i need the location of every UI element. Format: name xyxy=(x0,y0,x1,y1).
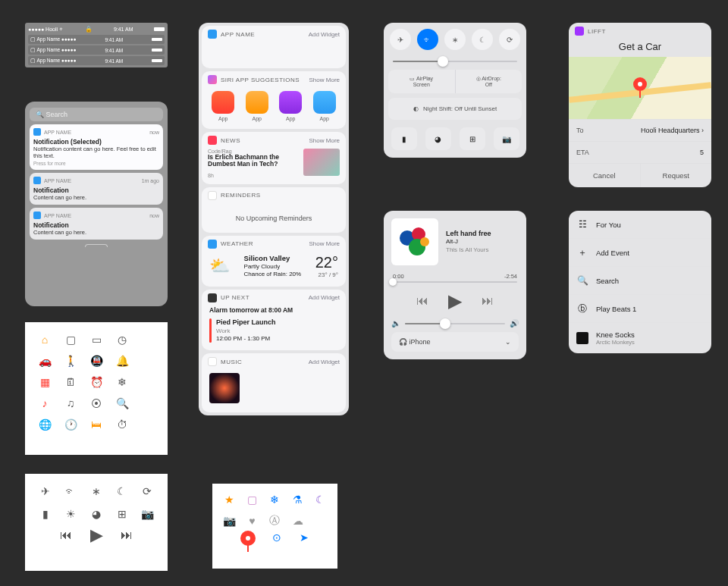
for-you-row[interactable]: ☷For You xyxy=(569,211,711,238)
map-pin-icon xyxy=(632,77,648,98)
play-beats-row[interactable]: ⓑPlay Beats 1 xyxy=(569,294,711,322)
train-icon: 🚇 xyxy=(89,354,103,368)
output-device-button[interactable]: 🎧 iPhone⌄ xyxy=(391,332,519,352)
timer-icon: ⏱ xyxy=(115,418,129,431)
siri-app[interactable]: App xyxy=(246,91,268,121)
calculator-button[interactable]: ⊞ xyxy=(460,127,485,150)
bluetooth-icon: ∗ xyxy=(89,484,103,498)
volume-min-icon: 🔈 xyxy=(391,319,400,327)
forward-button[interactable]: ⏭ xyxy=(482,294,494,308)
search-icon: 🔍 xyxy=(576,274,588,287)
add-widget-button[interactable]: Add Widget xyxy=(309,31,340,38)
siri-app[interactable]: App xyxy=(212,91,234,121)
song-row[interactable]: Knee SocksArctic Monkeys xyxy=(569,322,711,353)
volume-max-icon: 🔊 xyxy=(510,319,519,327)
wifi-toggle[interactable]: ᯤ xyxy=(417,29,438,50)
siri-app[interactable]: App xyxy=(313,91,336,121)
forward-icon: ⏭ xyxy=(120,528,133,542)
wifi-icon: ᯤ xyxy=(64,484,77,498)
cancel-button[interactable]: Cancel xyxy=(569,164,641,187)
walk-icon: 🚶 xyxy=(64,354,77,368)
bed-icon: 🛏 xyxy=(89,418,103,431)
widget-siri-suggestions: SIRI APP SUGGESTIONSShow More App App Ap… xyxy=(202,71,346,129)
broadcast-icon: ⦿ xyxy=(89,396,103,410)
flashlight-button[interactable]: ▮ xyxy=(391,127,417,150)
map-view[interactable] xyxy=(569,57,711,119)
widget-music[interactable]: MUSICAdd Widget xyxy=(202,353,346,412)
plus-icon: ＋ xyxy=(576,246,588,259)
grabber-handle[interactable] xyxy=(85,244,108,247)
night-shift-button[interactable]: ◐Night Shift: Off Until Sunset xyxy=(388,98,522,120)
search-icon: 🔍 xyxy=(115,396,129,410)
airplane-toggle[interactable]: ✈ xyxy=(390,29,411,50)
widget-title: Get a Car xyxy=(569,39,711,57)
car-icon: 🚗 xyxy=(38,354,52,368)
home-icon: ⌂ xyxy=(38,333,52,346)
lock-icon: 🔒 xyxy=(85,26,93,33)
rotation-lock-icon: ⟳ xyxy=(140,484,154,498)
rewind-button[interactable]: ⏮ xyxy=(416,294,428,308)
globe-icon: 🌐 xyxy=(38,418,52,431)
alarm-icon: ⏰ xyxy=(89,375,103,389)
clock2-icon: 🕐 xyxy=(64,418,77,431)
track-artist: Alt-J xyxy=(446,238,491,246)
widget-news[interactable]: NEWSShow More Code/RagIs Erlich Bachmann… xyxy=(202,132,346,184)
flask-icon: ⚗ xyxy=(291,493,305,506)
album-cover xyxy=(391,218,438,265)
control-center: ✈ ᯤ ∗ ☾ ⟳ ▭ AirPlayScreen ◎ AirDrop:Off … xyxy=(384,23,526,158)
search-row[interactable]: 🔍Search xyxy=(569,266,711,294)
moon-icon: ☾ xyxy=(115,484,129,498)
heart-icon: ♥ xyxy=(245,514,259,528)
cloud-icon: ☁ xyxy=(291,514,305,528)
brightness-slider[interactable] xyxy=(393,61,517,62)
calculator-icon: ⊞ xyxy=(115,507,129,521)
tv-icon: ▭ xyxy=(89,333,103,346)
airplay-button[interactable]: ▭ AirPlayScreen xyxy=(388,70,456,93)
airdrop-button[interactable]: ◎ AirDrop:Off xyxy=(456,70,522,93)
today-widgets: APP NAMEAdd Widget SIRI APP SUGGESTIONSS… xyxy=(199,23,349,415)
rotation-lock-toggle[interactable]: ⟳ xyxy=(499,29,520,50)
siri-app[interactable]: App xyxy=(279,91,302,121)
widget-weather[interactable]: WEATHERShow More ⛅ Silicon ValleyPartly … xyxy=(202,236,346,287)
notification-card[interactable]: APP NAME1m ago NotificationContent can g… xyxy=(30,173,163,205)
dnd-toggle[interactable]: ☾ xyxy=(472,29,493,50)
timer-solid-icon: ◕ xyxy=(89,507,103,521)
flashlight-icon: ▮ xyxy=(39,507,52,521)
search-input[interactable]: 🔍 Search xyxy=(30,108,163,121)
star-icon: ★ xyxy=(222,493,236,506)
notification-card[interactable]: APP NAMEnow NotificationContent can go h… xyxy=(30,208,163,240)
weather-icon: ⛅ xyxy=(209,256,230,276)
timer-button[interactable]: ◕ xyxy=(425,127,451,150)
status-bar-variants: ●●●●● Hooli ᯤ 🔒 9:41 AM ▢ App Name ●●●●●… xyxy=(25,23,168,67)
notification-card-selected[interactable]: APP NAMEnow Notification (Selected) Noti… xyxy=(30,124,163,170)
destination-row[interactable]: ToHooli Headquarters › xyxy=(569,119,711,141)
calendar2-icon: 🗓 xyxy=(64,375,77,389)
album-thumb-icon xyxy=(576,332,588,344)
widget-up-next[interactable]: UP NEXTAdd Widget Alarm tomorrow at 8:00… xyxy=(202,290,346,350)
quick-actions-list: ☷For You ＋Add Event 🔍Search ⓑPlay Beats … xyxy=(569,211,711,353)
appstore-icon: Ⓐ xyxy=(268,514,281,528)
album-art xyxy=(209,373,240,403)
play-icon: ▶ xyxy=(89,528,103,542)
icon-set-misc: ★ ▢ ❄ ⚗ ☾ 📷 ♥ Ⓐ ☁ ⊙ ➤ xyxy=(212,484,337,569)
show-more-button[interactable]: Show More xyxy=(309,77,340,83)
play-button[interactable]: ▶ xyxy=(448,290,462,312)
beats-icon: ⓑ xyxy=(576,302,588,315)
square-icon: ▢ xyxy=(245,493,259,506)
request-button[interactable]: Request xyxy=(641,164,712,187)
track-album: This Is All Yours xyxy=(446,246,491,254)
scrubber[interactable] xyxy=(393,281,517,283)
bluetooth-toggle[interactable]: ∗ xyxy=(444,29,466,50)
add-event-row[interactable]: ＋Add Event xyxy=(569,238,711,266)
snowflake-icon: ❄ xyxy=(268,493,281,506)
clock-icon: ◷ xyxy=(115,333,129,346)
music-icon: ♪ xyxy=(38,396,52,410)
camera-button[interactable]: 📷 xyxy=(494,127,519,150)
track-title: Left hand free xyxy=(446,230,491,239)
note-icon: ♫ xyxy=(64,396,77,410)
target-icon: ⊙ xyxy=(270,531,284,544)
rewind-icon: ⏮ xyxy=(59,528,73,542)
volume-slider[interactable] xyxy=(405,323,505,324)
pin-icon xyxy=(240,531,256,552)
bell-icon: 🔔 xyxy=(115,354,129,368)
